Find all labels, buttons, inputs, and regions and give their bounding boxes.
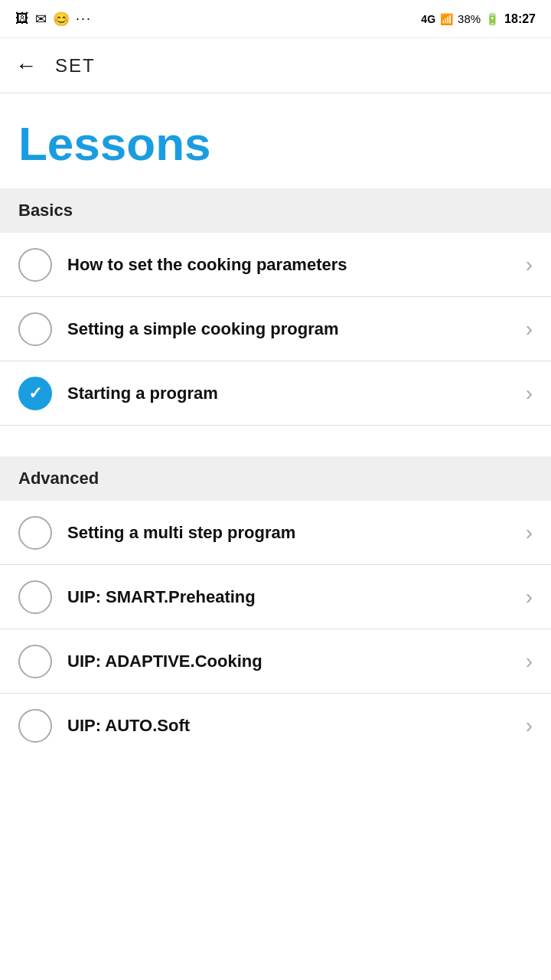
battery-label: 38% — [458, 12, 481, 25]
section-header-basics: Basics — [0, 188, 551, 233]
chevron-icon-1: › — [526, 253, 533, 277]
lesson-label-4: Setting a multi step program — [67, 523, 510, 543]
list-item[interactable]: How to set the cooking parameters › — [0, 233, 551, 297]
chevron-icon-7: › — [526, 714, 533, 738]
list-item[interactable]: UIP: AUTO.Soft › — [0, 694, 551, 758]
checkbox-lesson-5[interactable] — [18, 580, 52, 614]
checkbox-lesson-3[interactable]: ✓ — [18, 377, 52, 410]
chevron-icon-4: › — [526, 521, 533, 545]
image-icon: 🖼 — [15, 11, 29, 27]
chevron-icon-6: › — [526, 649, 533, 674]
more-icon: ··· — [76, 11, 92, 27]
lesson-label-2: Setting a simple cooking program — [67, 319, 510, 339]
page-title: Lessons — [18, 118, 533, 170]
lesson-label-5: UIP: SMART.Preheating — [67, 587, 510, 607]
list-item[interactable]: ✓ Starting a program › — [0, 361, 551, 426]
chevron-icon-5: › — [526, 585, 533, 609]
checkbox-lesson-2[interactable] — [18, 312, 52, 346]
spacer — [0, 426, 551, 456]
checkbox-lesson-1[interactable] — [18, 248, 52, 282]
section-header-advanced: Advanced — [0, 456, 551, 501]
checkbox-lesson-6[interactable] — [18, 645, 52, 678]
list-item[interactable]: Setting a multi step program › — [0, 501, 551, 565]
checkbox-lesson-7[interactable] — [18, 709, 52, 743]
lessons-list: Basics How to set the cooking parameters… — [0, 188, 551, 758]
battery-icon: 🔋 — [485, 12, 500, 26]
network-label: 4G — [421, 13, 435, 25]
status-bar-left: 🖼 ✉ 😊 ··· — [15, 11, 92, 28]
status-bar-right: 4G 📶 38% 🔋 18:27 — [421, 12, 536, 26]
list-item[interactable]: UIP: SMART.Preheating › — [0, 565, 551, 629]
top-nav: ← SET — [0, 38, 551, 93]
list-item[interactable]: UIP: ADAPTIVE.Cooking › — [0, 629, 551, 694]
chevron-icon-3: › — [526, 381, 533, 406]
back-button[interactable]: ← — [15, 54, 37, 78]
time-label: 18:27 — [504, 12, 536, 26]
list-item[interactable]: Setting a simple cooking program › — [0, 297, 551, 361]
signal-icon: 📶 — [440, 13, 453, 25]
nav-title: SET — [55, 55, 96, 77]
page-title-area: Lessons — [0, 93, 551, 188]
chevron-icon-2: › — [526, 317, 533, 341]
lesson-label-6: UIP: ADAPTIVE.Cooking — [67, 652, 510, 671]
checkbox-lesson-4[interactable] — [18, 516, 52, 550]
status-bar: 🖼 ✉ 😊 ··· 4G 📶 38% 🔋 18:27 — [0, 0, 551, 38]
face-icon: 😊 — [53, 11, 70, 28]
lesson-label-7: UIP: AUTO.Soft — [67, 716, 510, 736]
lesson-label-3: Starting a program — [67, 384, 510, 403]
lesson-label-1: How to set the cooking parameters — [67, 255, 510, 275]
checkmark-icon: ✓ — [28, 385, 42, 402]
mail-icon: ✉ — [35, 11, 47, 28]
